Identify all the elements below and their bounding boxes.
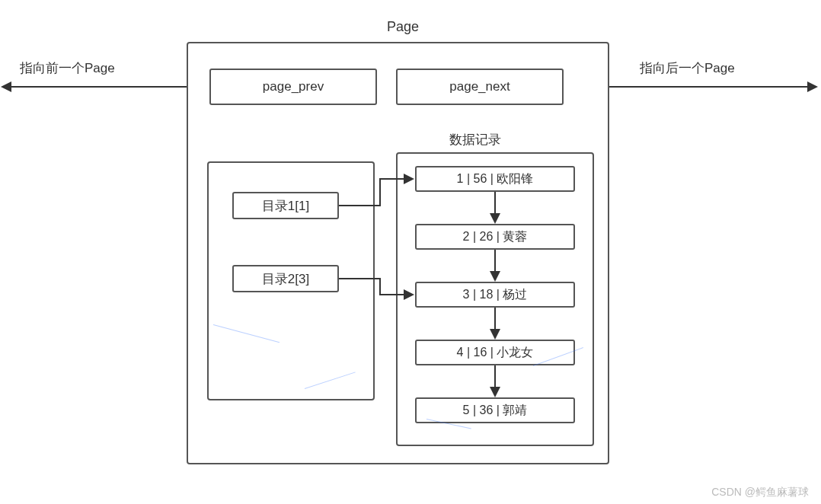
dir1-conn-h [339,205,381,206]
diagram-canvas: Page 指向前一个Page 指向后一个Page page_prev page_… [0,0,821,504]
records-title: 数据记录 [449,131,501,148]
arrow-r3-r4-line [494,308,496,330]
record-1: 1 | 56 | 欧阳锋 [415,166,575,192]
next-label: 指向后一个Page [640,59,735,77]
page-prev-box: page_prev [209,69,377,105]
page-next-box: page_next [396,69,564,105]
arrow-r4-r5-line [494,365,496,388]
next-arrow-head [807,81,818,92]
record-4: 4 | 16 | 小龙女 [415,340,575,365]
prev-label: 指向前一个Page [20,59,115,77]
arrow-r4-r5-head [490,387,500,397]
dir1-conn-v [379,179,381,206]
arrow-r1-r2-head [490,213,500,224]
dir2-arrow-head [404,289,414,300]
arrow-r3-r4-head [490,329,500,340]
next-arrow-line [609,86,807,88]
record-3: 3 | 18 | 杨过 [415,282,575,308]
record-2: 2 | 26 | 黄蓉 [415,224,575,250]
directory-entry-2: 目录2[3] [232,265,339,292]
record-5: 5 | 36 | 郭靖 [415,397,575,423]
dir2-conn-h [339,278,381,279]
dir2-conn-v [379,278,381,295]
directory-entry-1: 目录1[1] [232,192,339,219]
prev-arrow-head [1,81,11,92]
page-title: Page [387,19,419,35]
dir1-conn-h2 [379,178,405,180]
watermark-text: CSDN @鳄鱼麻薯球 [711,486,809,499]
dir1-arrow-head [404,174,414,184]
arrow-r2-r3-line [494,250,496,273]
arrow-r1-r2-line [494,192,496,215]
prev-arrow-line [11,86,187,88]
dir2-conn-h2 [379,294,405,295]
arrow-r2-r3-head [490,271,500,282]
